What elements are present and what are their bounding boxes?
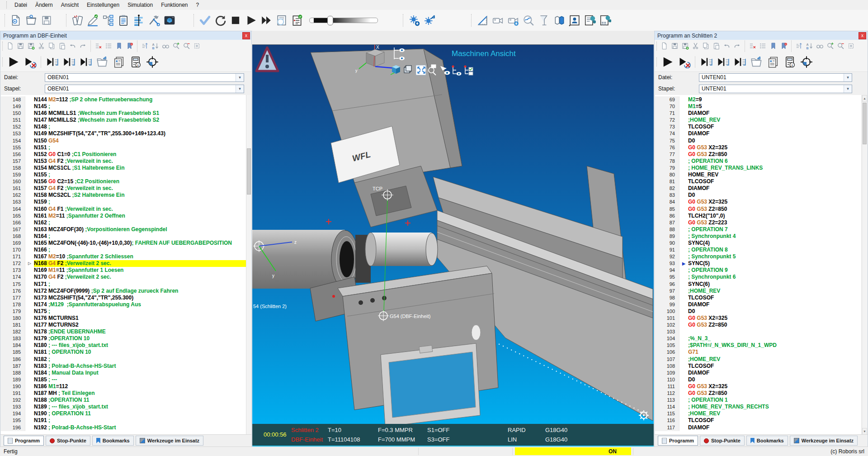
- program-line[interactable]: 82DIAMOF: [655, 185, 861, 192]
- program-line[interactable]: 166N162 ;: [1, 219, 251, 226]
- program-line[interactable]: 150N146 MCMILLS1 ;Wechseln zum Fraesbetr…: [1, 110, 251, 117]
- app-3d-button[interactable]: [162, 13, 177, 28]
- program-line[interactable]: 184N180 ; --- files_x\job_start.txt: [1, 342, 251, 349]
- program-line[interactable]: 194N190 ; OPERATION 11: [1, 410, 251, 417]
- program-line[interactable]: 109DIAMOF: [655, 370, 861, 376]
- compare-lines-button[interactable]: [794, 41, 804, 51]
- program-line[interactable]: 92; Synchronpunkt 5: [655, 253, 861, 260]
- binoculars-button[interactable]: [160, 41, 171, 51]
- camera-button[interactable]: [490, 13, 505, 28]
- program-line[interactable]: 179N175 ;: [1, 308, 251, 315]
- stack-select[interactable]: UNTEN01 ▾: [699, 85, 852, 93]
- program-line[interactable]: 104;%_N_3_: [655, 335, 861, 342]
- program-line[interactable]: 105;$PATH=/_N_WKS_DIR/_N_1_WPD: [655, 342, 861, 349]
- program-line[interactable]: 74DIAMOF: [655, 130, 861, 137]
- right-program-scrollbar[interactable]: ▲ ▼: [862, 95, 867, 435]
- program-line[interactable]: 154N150 G54: [1, 138, 251, 144]
- program-line[interactable]: 106G71: [655, 349, 861, 356]
- program-line[interactable]: 100D0: [655, 308, 861, 315]
- program-line[interactable]: 80HOME_REV: [655, 171, 861, 178]
- origin-target-button[interactable]: [144, 54, 160, 70]
- program-line[interactable]: 155N151 ;: [1, 144, 251, 151]
- program-line[interactable]: 180N176 MCTURNS1: [1, 315, 251, 322]
- program-line[interactable]: 90SYNC(4): [655, 240, 861, 247]
- clipboard-button[interactable]: [116, 13, 131, 28]
- program-line[interactable]: 181N177 MCTURNS2: [1, 322, 251, 328]
- program-line[interactable]: 115;HOME_REV: [655, 410, 861, 417]
- program-line[interactable]: 110D0: [655, 376, 861, 383]
- program-line[interactable]: 116TLCOSOF: [655, 417, 861, 424]
- tab-programm[interactable]: Programm: [658, 436, 698, 446]
- tab-werkzeuge[interactable]: Werkzeuge im Einsatz: [136, 436, 203, 446]
- step-out-button[interactable]: [77, 54, 94, 70]
- program-line[interactable]: 157N153 G4 F2 ;Verweilzeit in sec.: [1, 158, 251, 165]
- undo-button[interactable]: [67, 41, 78, 51]
- open-external-button[interactable]: [748, 54, 764, 70]
- menu-aendern[interactable]: Ändern: [31, 2, 57, 8]
- report-pages-button[interactable]: [764, 54, 781, 70]
- program-line[interactable]: 102G0 G53 Z2=850: [655, 322, 861, 328]
- program-line[interactable]: 94; OPERATION 9: [655, 267, 861, 274]
- program-line[interactable]: 71DIAMOF: [655, 110, 861, 117]
- program-line[interactable]: 101G0 G53 X2=325: [655, 315, 861, 322]
- fast-forward-button[interactable]: [259, 13, 274, 28]
- copy-button[interactable]: [701, 41, 711, 51]
- checklist-button[interactable]: [289, 13, 305, 28]
- program-line[interactable]: 165N161 M2=11 ;Spannfutter 2 Oeffnen: [1, 213, 251, 219]
- program-line[interactable]: 85G0 G53 Z2=850: [655, 206, 861, 213]
- program-line[interactable]: 149N145 ;: [1, 103, 251, 110]
- program-line[interactable]: 113; OPERATION 1: [655, 397, 861, 404]
- menu-ansicht[interactable]: Ansicht: [57, 2, 83, 8]
- zoom-in-button[interactable]: [171, 41, 181, 51]
- tools-button[interactable]: [146, 13, 162, 28]
- program-line[interactable]: 164N160 G4 F1 ;Verweilzeit in sec.: [1, 206, 251, 213]
- program-line[interactable]: 160N156 G0 C2=15 ;C2 Positionieren: [1, 178, 251, 185]
- slider-thumb[interactable]: [327, 16, 333, 25]
- program-line[interactable]: 171N167 M2=10 ;Spannfutter 2 Schliessen: [1, 253, 251, 260]
- run-skip-button[interactable]: [676, 54, 693, 70]
- tab-bookmarks[interactable]: Bookmarks: [746, 436, 788, 446]
- zoom-analyze-button[interactable]: [521, 13, 536, 28]
- chevron-down-icon[interactable]: ▾: [844, 74, 852, 81]
- bookmark-button[interactable]: [768, 41, 778, 51]
- program-line[interactable]: 156N152 G0 C1=0 ;C1 Positionieren: [1, 151, 251, 158]
- program-line[interactable]: 185N181 ; OPERATION 10: [1, 349, 251, 356]
- program-line[interactable]: 73TLCOSOF: [655, 124, 861, 130]
- reset-button[interactable]: [212, 13, 228, 28]
- report-button[interactable]: [274, 13, 289, 28]
- tab-werkzeuge[interactable]: Werkzeuge im Einsatz: [790, 436, 858, 446]
- program-line[interactable]: 81TLCOSOF: [655, 178, 861, 185]
- program-line[interactable]: 183N179 ;OPERATION 10: [1, 335, 251, 342]
- edit-button[interactable]: [85, 13, 100, 28]
- save-add-button[interactable]: [680, 41, 690, 51]
- program-line[interactable]: 158N154 MCS1CL ;S1 Haltebremse Ein: [1, 165, 251, 171]
- undo-button[interactable]: [722, 41, 732, 51]
- program-line[interactable]: 193N189 ; --- files_x\job_start.txt: [1, 404, 251, 410]
- person-view-button[interactable]: [567, 13, 582, 28]
- program-line[interactable]: 98TLCOSOF: [655, 294, 861, 301]
- program-line[interactable]: 108TLCOSOF: [655, 363, 861, 370]
- program-line[interactable]: 93▶SYNC(5): [655, 260, 861, 267]
- chevron-down-icon[interactable]: ▾: [236, 74, 244, 81]
- select-block-button[interactable]: [192, 41, 202, 51]
- program-line[interactable]: 111G0 G53 X2=325: [655, 383, 861, 390]
- program-line[interactable]: 190N186 M1=112: [1, 383, 251, 390]
- program-line[interactable]: 168N164 ;: [1, 233, 251, 240]
- verify-button[interactable]: [197, 13, 212, 28]
- scrollbar-thumb[interactable]: [247, 148, 251, 195]
- select-block-button[interactable]: [846, 41, 856, 51]
- copy-button[interactable]: [47, 41, 57, 51]
- run-button[interactable]: [659, 54, 676, 70]
- program-line[interactable]: 191N187 MH ; Teil Einlegen: [1, 390, 251, 397]
- program-line[interactable]: 91; OPERATION 8: [655, 247, 861, 253]
- zoom-in-button[interactable]: [825, 41, 835, 51]
- program-line[interactable]: 186N182 ;: [1, 356, 251, 363]
- program-line[interactable]: 189N185 ; ---: [1, 376, 251, 383]
- program-line[interactable]: 175N171 ;: [1, 281, 251, 288]
- bookmark-remove-button[interactable]: [124, 41, 135, 51]
- origin-target-button[interactable]: [798, 54, 815, 70]
- program-line[interactable]: 88; OPERATION 7: [655, 226, 861, 233]
- program-line[interactable]: 114; HOME_REV_TRANS_RECHTS: [655, 404, 861, 410]
- program-line[interactable]: 167N163 MCZ4FOF(30) ;Vorpositionieren Ge…: [1, 226, 251, 233]
- program-line[interactable]: 70M1=5: [655, 103, 861, 110]
